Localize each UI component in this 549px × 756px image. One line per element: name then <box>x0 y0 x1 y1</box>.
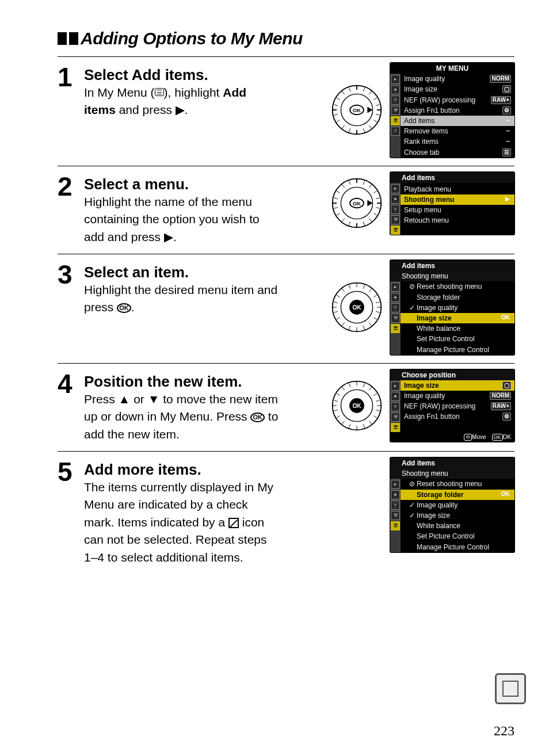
lcd-row: Retouch menu <box>401 215 514 226</box>
lcd-footer: ⟲MoveOKOK <box>390 432 514 442</box>
lcd-row-label: White balance <box>409 521 460 530</box>
selector-dial-right-icon <box>330 177 383 230</box>
step-title: Select a menu. <box>84 175 325 193</box>
lcd-tab-icon: ● <box>391 194 400 204</box>
lcd-row-label: Manage Picture Control <box>409 345 489 354</box>
lcd-tab-icon: ▸ <box>391 381 400 391</box>
lcd-tab-icon: ⚒ <box>391 511 400 520</box>
lcd-row-value: RAW+ <box>491 96 511 104</box>
lcd-row-label: Image size <box>404 85 437 94</box>
lcd-row-label: ⊘Reset shooting menu <box>409 282 482 291</box>
lcd-row: White balance <box>401 521 514 531</box>
camera-lcd-screenshot: Add itemsShooting menu▸●Y⚒☰⊘Reset shooti… <box>390 260 514 355</box>
lcd-tab-icon: ▸ <box>391 75 400 84</box>
lcd-row-label: Add items <box>404 116 434 125</box>
step-description: In My Menu (☰), highlight Add items and … <box>84 84 280 119</box>
lcd-row: ✓Image quality <box>401 500 514 510</box>
lcd-title: MY MENU <box>390 63 514 74</box>
steps-list: 1Select Add items.In My Menu (☰), highli… <box>58 63 514 566</box>
lcd-row-value: ⚙ <box>502 413 511 421</box>
lcd-tab-icon: Y <box>391 402 400 411</box>
lcd-row: Assign Fn1 button⚙ <box>401 411 514 422</box>
lcd-row-label: Remove items <box>404 127 448 136</box>
lcd-row-label: Set Picture Control <box>409 532 475 541</box>
lcd-row-value: -- <box>505 138 511 144</box>
lcd-row-value: ☰ <box>502 148 511 156</box>
disabled-icon: ⊘ <box>409 282 415 291</box>
check-icon: ✓ <box>409 511 415 520</box>
lcd-rows: Image qualityNORMImage size▢NEF (RAW) pr… <box>401 74 514 158</box>
step-number: 4 <box>58 369 84 397</box>
step-graphics: Add itemsShooting menu▸●Y⚒☰⊘Reset shooti… <box>390 457 514 552</box>
step: 2Select a menu.Highlight the name of the… <box>58 172 514 246</box>
lcd-tab-icon: Y <box>391 303 400 312</box>
lcd-row-value: ⚙ <box>502 106 511 114</box>
divider <box>58 451 514 452</box>
step-body: Position the new item.Press ▲ or ▼ to mo… <box>84 369 330 443</box>
lcd-row: ⊘Reset shooting menu <box>401 479 514 489</box>
lcd-row-value: NORM <box>490 75 511 83</box>
step-number: 3 <box>58 260 84 288</box>
lcd-row: ✓Image size <box>401 510 514 521</box>
lcd-row: Add items-- <box>401 116 514 126</box>
lcd-row: NEF (RAW) processingRAW+ <box>401 95 514 105</box>
step-body: Select Add items.In My Menu (☰), highlig… <box>84 63 330 119</box>
lcd-row-label: Manage Picture Control <box>409 543 489 552</box>
lcd-tab-icon: ⚒ <box>391 413 400 422</box>
square-bullet-icon <box>58 32 67 45</box>
step-number: 2 <box>58 172 84 200</box>
page-number: 223 <box>494 723 514 739</box>
lcd-tab-icon: ☰ <box>391 226 400 235</box>
lcd-tab-icon: ● <box>391 490 400 499</box>
step-body: Select a menu.Highlight the name of the … <box>84 172 330 246</box>
lcd-tab-strip: ▸●Y⚒☰ <box>390 380 401 432</box>
lcd-row-label: White balance <box>409 324 460 333</box>
lcd-tab-icon: ▸ <box>391 184 400 193</box>
disabled-icon: ⊘ <box>409 479 415 488</box>
lcd-row: Choose tab☰ <box>401 147 514 158</box>
lcd-row: Storage folder <box>401 292 514 303</box>
lcd-row: ⊘Reset shooting menu <box>401 281 514 292</box>
lcd-row: Manage Picture Control <box>401 345 514 355</box>
camera-lcd-screenshot: Add itemsShooting menu▸●Y⚒☰⊘Reset shooti… <box>390 457 514 552</box>
lcd-row-label: Image size <box>404 381 439 390</box>
lcd-row: Image size▢ <box>401 380 514 391</box>
lcd-footer-item: OKOK <box>492 433 511 441</box>
lcd-row: Image size▢ <box>401 84 514 94</box>
lcd-row-label: Shooting menu <box>404 195 454 204</box>
lcd-row-label: Setup menu <box>404 205 441 215</box>
lcd-tab-icon: ☰ <box>391 521 400 530</box>
lcd-row: Image sizeOK <box>401 313 514 323</box>
step-number: 1 <box>58 63 84 90</box>
lcd-rows: Playback menuShooting menu▶Setup menuRet… <box>401 183 514 235</box>
lcd-row-value: ▶ <box>504 196 511 203</box>
lcd-row: Storage folderOK <box>401 490 514 500</box>
step-graphics: Choose position▸●Y⚒☰Image size▢Image qua… <box>330 369 514 442</box>
lcd-row: Manage Picture Control <box>401 542 514 552</box>
camera-lcd-screenshot: Choose position▸●Y⚒☰Image size▢Image qua… <box>390 369 514 442</box>
lcd-row-label: ✓Image size <box>409 511 450 520</box>
selector-dial-ok-icon <box>330 281 383 334</box>
lcd-row-value: NORM <box>490 392 511 400</box>
step: 4Position the new item.Press ▲ or ▼ to m… <box>58 369 514 443</box>
lcd-title: Choose position <box>390 369 514 380</box>
check-icon: ✓ <box>409 303 415 312</box>
lcd-footer-item: ⟲Move <box>464 433 486 441</box>
lcd-row-value: ▢ <box>502 85 511 93</box>
lcd-row-label: ✓Image quality <box>409 501 458 510</box>
divider <box>58 254 514 254</box>
lcd-row-label: Storage folder <box>409 293 460 302</box>
lcd-row: ✓Image quality <box>401 303 514 313</box>
lcd-tab-icon: ● <box>391 392 400 401</box>
lcd-row-value: -- <box>505 127 511 134</box>
step-body: Add more items.The items currently displ… <box>84 457 390 566</box>
lcd-tab-icon: Y <box>391 96 400 105</box>
lcd-row-label: Playback menu <box>404 185 451 194</box>
lcd-row-value: ▢ <box>502 381 511 390</box>
lcd-row-label: Assign Fn1 button <box>404 106 460 115</box>
step: 3Select an item.Highlight the desired me… <box>58 260 514 355</box>
lcd-tab-icon: ⚒ <box>391 314 400 323</box>
lcd-rows: Image size▢Image qualityNORMNEF (RAW) pr… <box>401 380 514 432</box>
step-title: Position the new item. <box>84 373 325 391</box>
lcd-row-label: Rank items <box>404 137 439 146</box>
